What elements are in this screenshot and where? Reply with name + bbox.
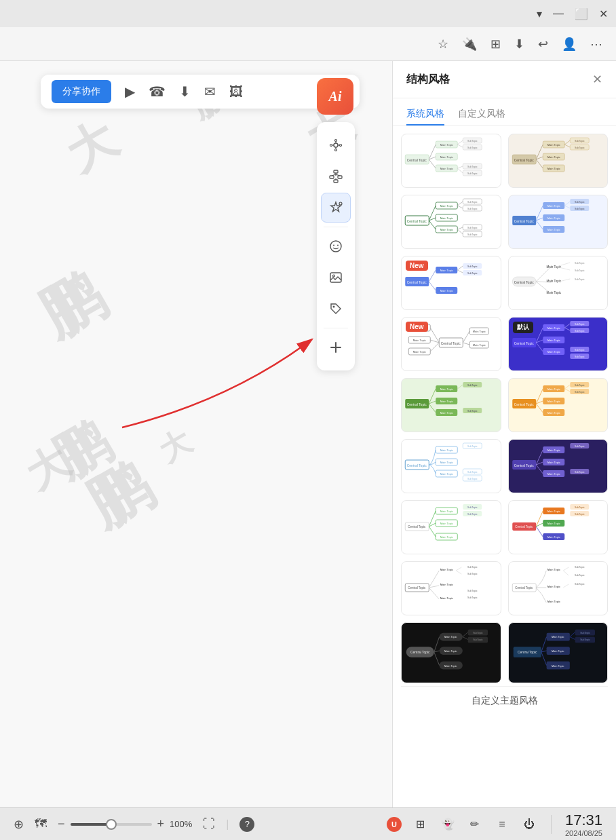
style-item-15[interactable]: Central Topic Main Topic SubTopic SubTop… <box>401 561 501 615</box>
svg-text:Main Topic: Main Topic <box>547 472 560 476</box>
style-item-4[interactable]: Central Topic Main Topic SubTopic SubTop… <box>508 195 609 249</box>
svg-point-2 <box>335 149 337 151</box>
svg-text:Main Topic: Main Topic <box>547 143 560 147</box>
style-item-12[interactable]: Central Topic Main Topic SubTopic Main T… <box>508 439 609 493</box>
svg-text:Central Topic: Central Topic <box>408 586 426 590</box>
emoji-tool[interactable] <box>321 231 351 261</box>
style-item-18[interactable]: Central Topic Main Topic SubTopic SubTop… <box>508 622 609 683</box>
svg-point-18 <box>330 241 341 252</box>
svg-text:Main Topic: Main Topic <box>473 330 486 333</box>
ai-label: Ai <box>329 89 342 104</box>
power-icon[interactable]: ⏻ <box>521 816 537 833</box>
svg-text:Main Topic: Main Topic <box>440 583 453 586</box>
hierarchy-tool[interactable] <box>321 161 351 191</box>
ai-button[interactable]: Ai <box>317 78 353 115</box>
close-icon[interactable]: ✕ <box>599 7 608 20</box>
canvas-area[interactable]: 大 鹏 鹏 大 大 鹏 大 鹏 分享协作 ▶ ☎ ⬇ ✉ 🖼 Ai <box>0 61 392 807</box>
style-item-11[interactable]: Central Topic Main Topic Main Topic Main… <box>401 439 501 493</box>
pen-icon[interactable]: ✏ <box>467 816 483 833</box>
phone-icon[interactable]: ☎ <box>149 83 166 100</box>
target-icon[interactable]: ⊕ <box>14 817 24 832</box>
svg-text:SubTopic: SubTopic <box>467 506 478 509</box>
svg-text:SubTopic: SubTopic <box>467 573 478 575</box>
style-item-6[interactable]: Central Topic Main Topic SubTopic SubTop… <box>508 256 609 310</box>
style-item-7[interactable]: New Central Topic Main Topic Main Topic … <box>401 317 501 371</box>
style-item-13[interactable]: Central Topic Main Topic Main Topic Main… <box>401 500 501 554</box>
style-item-16[interactable]: Central Topic Main Topic SubTopic SubTop… <box>508 561 609 615</box>
svg-line-324 <box>541 652 546 666</box>
svg-text:Main Topic: Main Topic <box>547 326 560 330</box>
svg-text:Central Topic: Central Topic <box>407 158 427 162</box>
tag-tool[interactable] <box>321 294 351 324</box>
tab-custom-style[interactable]: 自定义风格 <box>458 104 505 126</box>
account-icon[interactable]: 👤 <box>562 37 577 52</box>
send-icon[interactable]: ✉ <box>204 83 216 100</box>
style-item-2[interactable]: Central Topic Main Topic SubTopic SubTop… <box>508 134 609 188</box>
style-item-1[interactable]: Central Topic Main Topic SubTopic SubTop… <box>401 134 501 188</box>
style-item-9[interactable]: Central Topic Main Topic SubTopic Main T… <box>401 378 501 432</box>
zoom-minus-button[interactable]: − <box>58 817 65 831</box>
svg-text:Main Topic: Main Topic <box>444 635 457 638</box>
style-item-8[interactable]: 默认 Central Topic Main Topic SubTopic Sub… <box>508 317 609 371</box>
svg-text:SubTopic: SubTopic <box>467 566 478 569</box>
help-icon[interactable]: ? <box>239 817 254 832</box>
add-tool[interactable] <box>321 332 351 362</box>
svg-line-47 <box>429 159 436 168</box>
zoom-slider-thumb[interactable] <box>106 819 117 830</box>
style-tool[interactable] <box>321 193 351 223</box>
svg-line-116 <box>457 266 463 270</box>
svg-line-239 <box>429 511 436 527</box>
u-badge[interactable]: U <box>387 817 402 832</box>
svg-line-260 <box>536 527 543 537</box>
svg-text:Central Topic: Central Topic <box>410 651 430 654</box>
svg-text:Main Topic: Main Topic <box>440 228 453 231</box>
zoom-slider[interactable] <box>71 823 152 826</box>
default-badge-8: 默认 <box>513 322 533 333</box>
svg-rect-12 <box>334 180 338 183</box>
collapse-icon[interactable]: ▾ <box>537 7 542 20</box>
maximize-icon[interactable]: ⬜ <box>575 7 588 20</box>
stack-icon[interactable]: ≡ <box>494 816 510 833</box>
svg-text:SubTopic: SubTopic <box>575 147 585 149</box>
zoom-plus-button[interactable]: + <box>157 817 165 831</box>
image-tool[interactable] <box>321 263 351 292</box>
style-item-3[interactable]: Central Topic Main Topic SubTopic SubTop… <box>401 195 501 249</box>
settings-tool[interactable] <box>321 130 351 160</box>
svg-line-172 <box>536 343 543 351</box>
svg-text:SubTopic: SubTopic <box>467 272 478 275</box>
download-icon[interactable]: ⬇ <box>514 37 524 52</box>
style-item-5[interactable]: New Central Topic Main Topic SubTopic Su… <box>401 256 501 310</box>
export-icon[interactable]: ⬇ <box>179 83 191 100</box>
minimize-icon[interactable]: — <box>553 7 564 20</box>
svg-text:Main Topic: Main Topic <box>440 568 453 571</box>
plugin-icon[interactable]: 🔌 <box>462 37 477 52</box>
svg-text:Main Topic: Main Topic <box>440 289 453 292</box>
svg-text:SubTopic: SubTopic <box>575 323 585 326</box>
svg-text:SubTopic: SubTopic <box>575 356 585 358</box>
template-icon[interactable]: ⊞ <box>490 37 501 52</box>
svg-line-37 <box>457 145 463 147</box>
favorite-icon[interactable]: ☆ <box>438 37 448 52</box>
status-left: ⊕ 🗺 − + 100% ⛶ | ? <box>14 817 254 832</box>
present-icon[interactable]: ▶ <box>125 83 135 100</box>
svg-text:Main Topic: Main Topic <box>547 339 560 342</box>
image-export-icon[interactable]: 🖼 <box>229 84 243 100</box>
grid-icon[interactable]: ⊞ <box>412 816 429 833</box>
svg-rect-21 <box>330 273 341 282</box>
svg-text:Main Topic: Main Topic <box>440 472 453 476</box>
tab-system-style[interactable]: 系统风格 <box>406 104 444 126</box>
ghost-icon[interactable]: 👻 <box>440 816 456 833</box>
fullscreen-icon[interactable]: ⛶ <box>203 817 215 831</box>
map-icon[interactable]: 🗺 <box>35 817 47 831</box>
style-item-14[interactable]: Central Topic Main Topic Main Topic Main… <box>508 500 609 554</box>
zoom-slider-fill <box>71 823 111 826</box>
panel-content[interactable]: Central Topic Main Topic SubTopic SubTop… <box>393 126 616 807</box>
arrow-pointer <box>109 292 339 444</box>
style-item-17[interactable]: Central Topic Main Topic SubTopic SubTop… <box>401 622 501 683</box>
style-item-10[interactable]: Central Topic Main Topic SubTopic SubTop… <box>508 378 609 432</box>
undo-icon[interactable]: ↩ <box>538 37 548 52</box>
more-icon[interactable]: ⋯ <box>590 37 602 52</box>
svg-line-99 <box>564 202 570 206</box>
share-button[interactable]: 分享协作 <box>52 80 111 103</box>
panel-close-button[interactable]: ✕ <box>592 72 602 87</box>
